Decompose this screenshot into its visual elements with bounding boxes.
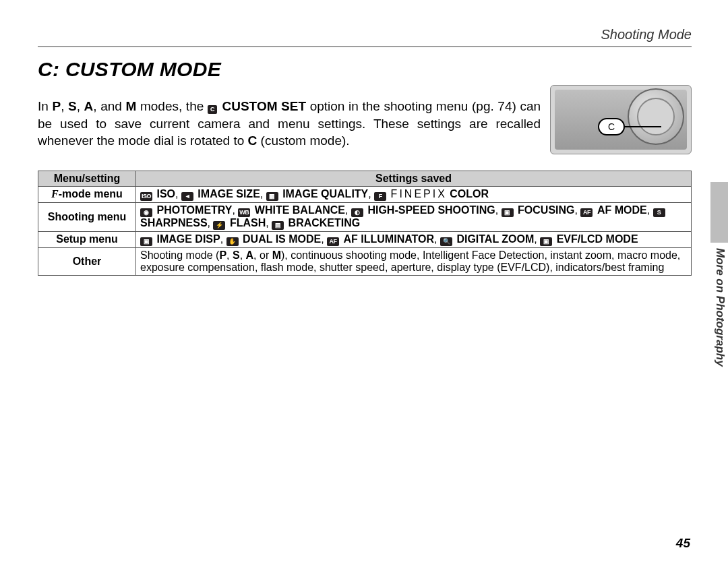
focusing-icon: ▣ (502, 208, 514, 217)
col-header-menu: Menu/setting (38, 171, 136, 186)
setting-item: AF ILLUMINATOR (344, 233, 435, 245)
setting-item: HIGH-SPEED SHOOTING (367, 204, 495, 216)
mode-letter: S (233, 249, 240, 261)
af-illuminator-icon: AF (327, 237, 339, 246)
bracketing-icon: ▤ (272, 221, 284, 230)
table-row: F-mode menu ISO ISO, ◄ IMAGE SIZE, ▦ IMA… (38, 186, 692, 202)
setting-item: BRACKETING (289, 217, 361, 229)
setting-item: IMAGE DISP (156, 233, 220, 245)
evf-lcd-icon: ▣ (540, 237, 552, 246)
row-content: ISO ISO, ◄ IMAGE SIZE, ▦ IMAGE QUALITY, … (136, 186, 692, 202)
setting-item: AF MODE (597, 204, 647, 216)
setting-item: ISO (156, 188, 175, 200)
intro-text: (custom mode). (257, 133, 349, 148)
setting-item: FLASH (230, 217, 266, 229)
page-heading: C: CUSTOM MODE (38, 58, 692, 81)
chapter-tab (710, 182, 728, 243)
custom-set-icon: C (208, 105, 217, 114)
divider (38, 47, 692, 47)
table-row: Other Shooting mode (P, S, A, or M), con… (38, 247, 692, 275)
mode-letter: P (219, 249, 226, 261)
image-size-icon: ◄ (181, 192, 193, 201)
flash-icon: ⚡ (213, 221, 225, 230)
row-content-other: Shooting mode (P, S, A, or M), continuou… (136, 247, 692, 275)
mode-p: P (52, 99, 61, 113)
mode-c: C (248, 133, 257, 148)
col-header-saved: Settings saved (136, 171, 692, 186)
row-label-other: Other (38, 247, 136, 275)
settings-table: Menu/setting Settings saved F-mode menu … (38, 171, 692, 276)
setting-item: DUAL IS MODE (243, 233, 321, 245)
camera-dial-illustration: C (550, 85, 692, 154)
row-content: ▣ IMAGE DISP, ✋ DUAL IS MODE, AF AF ILLU… (136, 231, 692, 247)
section-title: Shooting Mode (38, 27, 692, 42)
setting-item: PHOTOMETRY (156, 204, 232, 216)
table-row: Setup menu ▣ IMAGE DISP, ✋ DUAL IS MODE,… (38, 231, 692, 247)
finepix-color-icon: F (374, 192, 386, 201)
setting-item: IMAGE SIZE (198, 188, 260, 200)
dual-is-icon: ✋ (226, 237, 239, 246)
iso-icon: ISO (140, 192, 152, 201)
setting-item: FOCUSING (518, 204, 574, 216)
table-row: Shooting menu ◉ PHOTOMETRY, WB WHITE BAL… (38, 202, 692, 231)
row-content: ◉ PHOTOMETRY, WB WHITE BALANCE, ◐ HIGH-S… (136, 202, 692, 231)
high-speed-icon: ◐ (351, 208, 363, 217)
row-label-text: -mode menu (59, 188, 123, 200)
intro-text: modes, the (136, 99, 208, 113)
sharpness-icon: S (653, 208, 665, 217)
digital-zoom-icon: 🔍 (440, 237, 452, 246)
f-prefix: F (51, 188, 59, 200)
intro-text: In (38, 99, 52, 113)
dial-callout: C (598, 118, 625, 135)
setting-item: DIGITAL ZOOM (456, 233, 534, 245)
image-disp-icon: ▣ (140, 237, 152, 246)
row-label-setup: Setup menu (38, 231, 136, 247)
mode-s: S (68, 99, 77, 113)
page-number: 45 (676, 536, 690, 551)
photometry-icon: ◉ (140, 208, 152, 217)
row-label-fmode: F-mode menu (38, 186, 136, 202)
setting-item: COLOR (447, 188, 489, 200)
setting-item: IMAGE QUALITY (282, 188, 368, 200)
setting-item: EVF/LCD MODE (557, 233, 638, 245)
row-label-shooting: Shooting menu (38, 202, 136, 231)
white-balance-icon: WB (238, 208, 250, 217)
chapter-label: More on Photography (712, 248, 727, 396)
intro-paragraph: In P, S, A, and M modes, the C CUSTOM SE… (38, 98, 541, 150)
mode-letter: A (246, 249, 254, 261)
finepix-text: FINEPIX (391, 188, 447, 200)
setting-item: SHARPNESS (140, 217, 208, 229)
mode-m: M (126, 99, 137, 113)
mode-letter: M (272, 249, 281, 261)
custom-set-label: CUSTOM SET (222, 99, 307, 113)
af-mode-icon: AF (580, 208, 593, 217)
image-quality-icon: ▦ (266, 192, 278, 201)
mode-a: A (84, 99, 94, 113)
setting-item: WHITE BALANCE (255, 204, 345, 216)
